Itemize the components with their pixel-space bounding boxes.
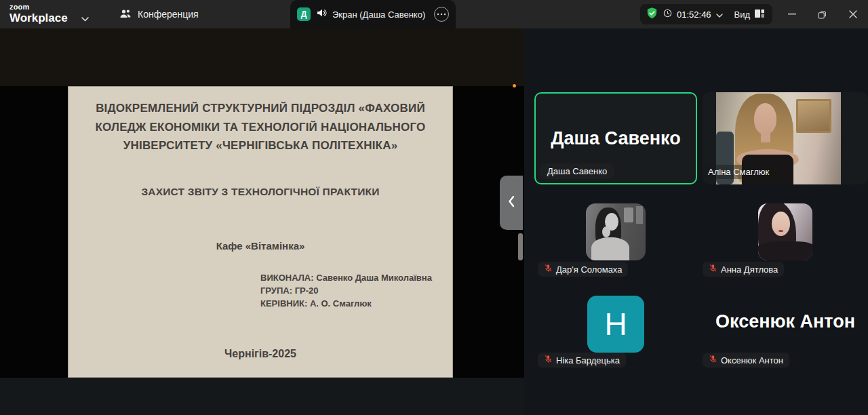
- conference-tab-label: Конференция: [138, 9, 199, 20]
- person-clothing: [758, 241, 812, 260]
- background-light: [636, 206, 643, 224]
- title-bar: zoom Workplace Конференция Д Экран (Даша…: [0, 0, 868, 28]
- participant-name-label: Даша Савенко: [540, 163, 614, 179]
- participant-name-text: Даша Савенко: [547, 166, 607, 176]
- participants-people-icon: [119, 8, 132, 21]
- slide-topic: Кафе «Вітамінка»: [82, 240, 439, 252]
- workspace-chevron-down-icon[interactable]: [81, 12, 89, 24]
- participant-name-text: Аліна Смаглюк: [708, 167, 769, 177]
- participant-name-label: Аліна Смаглюк: [703, 165, 774, 179]
- tab-screen-share[interactable]: Д Экран (Даша Савенко): [290, 0, 456, 28]
- slide-group-line: ГРУПА: ГР-20: [260, 285, 432, 298]
- participant-name-label: Ніка Бардецька: [538, 353, 626, 368]
- slide-supervisor-line: КЕРІВНИК: А. О. Смаглюк: [260, 298, 432, 311]
- person-face: [772, 212, 790, 236]
- close-button[interactable]: [837, 0, 868, 28]
- participants-panel: Даша Савенко Даша Савенко Аліна Смаглюк: [524, 28, 868, 415]
- slide-credits: ВИКОНАЛА: Савенко Даша Миколаївна ГРУПА:…: [260, 272, 432, 311]
- background-light: [624, 208, 633, 222]
- chevron-left-icon: [508, 195, 515, 210]
- participant-letter-avatar: H: [587, 296, 644, 353]
- window-controls: [776, 0, 868, 28]
- scrollbar-thumb[interactable]: [518, 233, 523, 260]
- participant-name-text: Ніка Бардецька: [556, 355, 620, 365]
- participant-display-name: Даша Савенко: [551, 128, 680, 149]
- participant-tile[interactable]: H Ніка Бардецька: [534, 288, 697, 380]
- participant-display-name: Оксенюк Антон: [703, 311, 868, 332]
- person-clothing: [591, 237, 629, 260]
- participant-photo-avatar: [758, 203, 812, 260]
- participant-tile[interactable]: Дар'я Соломаха: [534, 190, 697, 282]
- person-lips: [778, 230, 783, 232]
- participant-tile-active-speaker[interactable]: Даша Савенко Даша Савенко: [534, 92, 697, 184]
- participant-name-label: Дар'я Соломаха: [538, 262, 628, 277]
- participant-tile[interactable]: Анна Дятлова: [703, 190, 868, 282]
- wall-picture-frame: [796, 99, 831, 133]
- participant-photo-avatar: [586, 203, 646, 260]
- zoom-workplace-logo: zoom Workplace: [9, 3, 68, 24]
- minimize-button[interactable]: [776, 0, 807, 28]
- security-shield-icon[interactable]: [646, 7, 658, 22]
- slide-title: ВІДОКРЕМЛЕНИЙ СТРУКТУРНИЙ ПІДРОЗДІЛ «ФАХ…: [90, 99, 431, 155]
- shared-screen-bottom-band: [0, 378, 524, 415]
- share-tab-label: Экран (Даша Савенко): [332, 9, 429, 20]
- slide-footer: Чернігів-2025: [82, 348, 439, 360]
- shared-screen-top-band: [0, 28, 524, 86]
- participant-name-text: Дар'я Соломаха: [556, 264, 622, 275]
- person-face: [754, 103, 776, 134]
- more-options-icon[interactable]: [434, 7, 449, 22]
- logo-zoom-text: zoom: [9, 3, 68, 11]
- shared-screen-view: ВІДОКРЕМЛЕНИЙ СТРУКТУРНИЙ ПІДРОЗДІЛ «ФАХ…: [0, 28, 524, 415]
- participant-name-label: Оксенюк Антон: [703, 353, 789, 368]
- meeting-timer: 01:52:46: [677, 9, 711, 20]
- view-layout-icon[interactable]: [755, 8, 764, 20]
- presenter-cursor-dot: [513, 84, 516, 87]
- speaker-audio-icon: [316, 8, 327, 20]
- participant-tile-video[interactable]: Аліна Смаглюк: [703, 92, 868, 184]
- participant-tile[interactable]: Оксенюк Антон Оксенюк Антон: [703, 288, 868, 380]
- slide-subtitle: ЗАХИСТ ЗВІТУ З ТЕХНОЛОГІЧНОЇ ПРАКТИКИ: [82, 186, 439, 198]
- person-hand: [602, 226, 610, 237]
- collapse-panel-handle[interactable]: [500, 176, 523, 230]
- participant-name-label: Анна Дятлова: [703, 262, 784, 277]
- slide-author-line: ВИКОНАЛА: Савенко Даша Миколаївна: [260, 272, 432, 285]
- restore-button[interactable]: [807, 0, 837, 28]
- share-tab-avatar: Д: [297, 7, 311, 21]
- participant-name-text: Анна Дятлова: [721, 264, 778, 275]
- mic-muted-icon: [544, 264, 553, 275]
- presentation-slide: ВІДОКРЕМЛЕНИЙ СТРУКТУРНИЙ ПІДРОЗДІЛ «ФАХ…: [68, 86, 453, 378]
- meeting-status-pill: 01:52:46 Вид: [640, 4, 772, 24]
- timer-chevron-down-icon[interactable]: [716, 8, 723, 20]
- avatar-letter: H: [604, 309, 627, 340]
- zoom-meeting-window: zoom Workplace Конференция Д Экран (Даша…: [0, 0, 868, 415]
- mic-muted-icon: [709, 264, 717, 275]
- person-neck: [761, 132, 770, 142]
- view-button[interactable]: Вид: [734, 9, 751, 20]
- mic-muted-icon: [709, 355, 717, 365]
- participant-name-text: Оксенюк Антон: [721, 355, 783, 365]
- clock-icon: [663, 8, 672, 20]
- mic-muted-icon: [544, 355, 553, 365]
- logo-workplace-text: Workplace: [9, 12, 68, 24]
- tab-conference[interactable]: Конференция: [110, 0, 208, 28]
